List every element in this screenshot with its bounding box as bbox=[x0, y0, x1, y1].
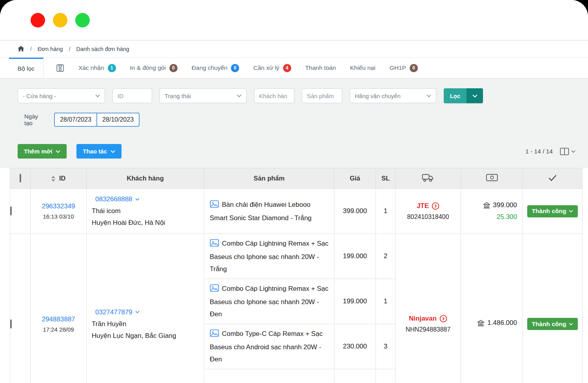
column-settings-button[interactable] bbox=[560, 148, 575, 155]
customer-input[interactable] bbox=[259, 93, 289, 99]
photo-icon bbox=[210, 329, 219, 341]
status-select[interactable]: Trạng thái bbox=[160, 88, 247, 103]
breadcrumb-separator: / bbox=[30, 46, 32, 52]
order-id-link[interactable]: 294883887 bbox=[31, 316, 86, 323]
close-window-button[interactable] bbox=[31, 13, 45, 27]
tab-badge: 0 bbox=[169, 64, 178, 72]
table-row: 294883887 17:24 28/09 0327477879 Trần Hu… bbox=[10, 234, 583, 279]
photo-icon bbox=[210, 239, 219, 251]
tab-gh1p[interactable]: GH1P 0 bbox=[390, 64, 418, 72]
price-cell: 199.000 bbox=[334, 279, 376, 324]
price-cell bbox=[334, 369, 376, 383]
carrier-name: JTE bbox=[417, 202, 429, 210]
product-cell: Combo Type-C Cáp Remax + Sạc Baseus cho … bbox=[204, 324, 334, 369]
order-time: 16:13 03/10 bbox=[31, 213, 86, 220]
carrier-link[interactable]: JTE bbox=[417, 202, 439, 210]
qty-cell: 1 bbox=[376, 279, 396, 324]
tab-label: Cần xử lý bbox=[253, 64, 279, 71]
status-button[interactable]: Thành công bbox=[527, 205, 578, 217]
order-id-input[interactable] bbox=[118, 93, 147, 99]
tab-badge: 4 bbox=[283, 64, 291, 72]
filter-dropdown-button[interactable] bbox=[466, 88, 483, 103]
sort-icon[interactable] bbox=[51, 176, 55, 182]
product-name: Bàn chải điện Huawei Lebooo Smart Sonic … bbox=[210, 201, 312, 222]
tab-label: In & đóng gói bbox=[130, 64, 166, 71]
tab-shipping[interactable]: Đang chuyển 0 bbox=[192, 64, 239, 72]
photo-icon bbox=[210, 284, 219, 296]
id-header[interactable]: ID bbox=[31, 168, 87, 189]
home-icon[interactable] bbox=[18, 46, 24, 52]
shipping-cell: JTE 802410318400 bbox=[396, 189, 461, 234]
status-cell: Thành công bbox=[523, 189, 583, 234]
row-checkbox[interactable] bbox=[10, 206, 12, 215]
tracking-number: NHN294883887 bbox=[396, 326, 461, 333]
row-select-cell bbox=[10, 189, 31, 234]
date-from-input[interactable] bbox=[54, 113, 97, 127]
filter-button[interactable]: Lọc bbox=[444, 88, 466, 103]
price-header: Giá bbox=[334, 168, 376, 189]
order-id-link[interactable]: 296332349 bbox=[31, 202, 86, 210]
date-to-input[interactable] bbox=[96, 113, 140, 127]
carrier-select-value: Hãng vận chuyển bbox=[355, 93, 401, 99]
product-cell: Combo Cáp Lightning Remax bbox=[204, 369, 334, 383]
breadcrumb-item-order-list: Danh sách đơn hàng bbox=[76, 46, 129, 52]
qty-cell bbox=[376, 369, 396, 383]
filter-panel: - Cửa hàng - Trạng thái Hãng vận chuyển bbox=[0, 78, 588, 168]
customer-address: Huyện Lục Ngạn, Bắc Giang bbox=[92, 330, 200, 342]
status-label: Thành công bbox=[532, 321, 566, 328]
customer-phone-link[interactable]: 0327477879 bbox=[95, 306, 140, 318]
tab-label: Xác nhận bbox=[78, 64, 104, 71]
photo-icon bbox=[210, 200, 219, 212]
customer-header: Khách hàng bbox=[87, 168, 204, 189]
select-all-header bbox=[10, 168, 31, 189]
product-input[interactable] bbox=[307, 93, 337, 99]
product-header: Sản phẩm bbox=[204, 168, 334, 189]
customer-cell: 0832668888 Thái icom Huyện Hoài Đức, Hà … bbox=[87, 189, 204, 234]
carrier-link[interactable]: Ninjavan bbox=[409, 315, 447, 323]
save-icon[interactable] bbox=[56, 64, 64, 72]
order-id-cell: 296332349 16:13 03/10 bbox=[31, 189, 87, 234]
select-all-checkbox[interactable] bbox=[20, 174, 21, 182]
customer-phone-link[interactable]: 0832668888 bbox=[95, 193, 140, 205]
tab-label: Khiếu nại bbox=[350, 64, 376, 71]
payment-total: 399.000 bbox=[493, 201, 517, 209]
breadcrumb-item-orders[interactable]: Đơn hàng bbox=[38, 46, 63, 52]
tab-confirm[interactable]: Xác nhận 1 bbox=[78, 64, 116, 72]
product-field bbox=[302, 88, 342, 103]
status-button[interactable]: Thành công bbox=[527, 318, 578, 330]
payment-fee: 25.300 bbox=[461, 213, 517, 221]
tab-print-pack[interactable]: In & đóng gói 0 bbox=[130, 64, 178, 72]
order-tabs: Bộ lọc Xác nhận 1 In & đóng gói 0 Đang c… bbox=[0, 58, 588, 78]
tab-complaints[interactable]: Khiếu nại bbox=[350, 64, 376, 71]
tab-needs-action[interactable]: Cần xử lý 4 bbox=[253, 64, 291, 72]
breadcrumb: / Đơn hàng / Danh sách đơn hàng bbox=[0, 40, 588, 58]
money-icon bbox=[486, 174, 498, 181]
tracking-number: 802410318400 bbox=[396, 213, 461, 221]
customer-field bbox=[254, 88, 294, 103]
customer-cell: 0327477879 Trần Huyền Huyện Lục Ngạn, Bắ… bbox=[87, 234, 204, 383]
bank-icon bbox=[483, 202, 490, 209]
order-id-field bbox=[113, 88, 152, 103]
bank-icon bbox=[477, 319, 485, 327]
maximize-window-button[interactable] bbox=[75, 13, 90, 27]
status-cell: Thành công bbox=[523, 234, 583, 383]
check-icon bbox=[548, 174, 557, 181]
tab-badge: 1 bbox=[108, 64, 116, 72]
customer-phone: 0832668888 bbox=[95, 193, 132, 205]
product-cell: Combo Cáp Lightning Remax + Sạc Baseus c… bbox=[204, 279, 334, 324]
breadcrumb-separator: / bbox=[69, 46, 70, 52]
table-header-row: ID Khách hàng Sản phẩm Giá SL bbox=[10, 168, 583, 189]
row-checkbox[interactable] bbox=[10, 319, 12, 328]
tab-badge: 0 bbox=[410, 64, 418, 72]
tab-payment[interactable]: Thanh toán bbox=[305, 64, 336, 71]
store-select[interactable]: - Cửa hàng - bbox=[18, 88, 105, 103]
carrier-select[interactable]: Hãng vận chuyển bbox=[350, 88, 436, 103]
minimize-window-button[interactable] bbox=[53, 13, 67, 27]
order-table: ID Khách hàng Sản phẩm Giá SL bbox=[0, 168, 588, 383]
add-new-label: Thêm mới bbox=[24, 148, 52, 155]
bulk-actions-button[interactable]: Thao tác bbox=[76, 144, 122, 159]
status-label: Thành công bbox=[532, 208, 566, 215]
tab-label: Thanh toán bbox=[305, 64, 336, 71]
tab-filter[interactable]: Bộ lọc bbox=[9, 58, 44, 78]
add-new-button[interactable]: Thêm mới bbox=[18, 144, 67, 159]
